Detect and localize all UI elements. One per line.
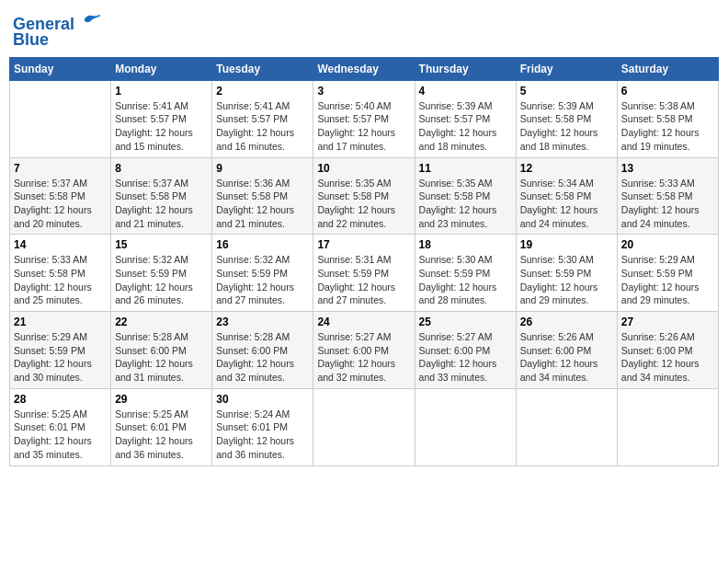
day-info: Sunrise: 5:27 AM Sunset: 6:00 PM Dayligh… xyxy=(419,330,512,385)
day-number: 20 xyxy=(621,238,714,251)
weekday-header-tuesday: Tuesday xyxy=(212,57,313,80)
calendar-cell: 7Sunrise: 5:37 AM Sunset: 5:58 PM Daylig… xyxy=(10,157,111,235)
day-number: 7 xyxy=(14,162,107,175)
day-info: Sunrise: 5:39 AM Sunset: 5:58 PM Dayligh… xyxy=(520,99,613,154)
calendar-cell: 21Sunrise: 5:29 AM Sunset: 5:59 PM Dayli… xyxy=(10,312,111,389)
day-info: Sunrise: 5:41 AM Sunset: 5:57 PM Dayligh… xyxy=(115,99,208,154)
day-info: Sunrise: 5:26 AM Sunset: 6:00 PM Dayligh… xyxy=(621,330,714,385)
day-number: 3 xyxy=(317,85,410,98)
day-info: Sunrise: 5:30 AM Sunset: 5:59 PM Dayligh… xyxy=(419,253,512,307)
calendar-cell: 11Sunrise: 5:35 AM Sunset: 5:58 PM Dayli… xyxy=(415,157,516,235)
day-info: Sunrise: 5:38 AM Sunset: 5:58 PM Dayligh… xyxy=(621,99,714,154)
day-number: 15 xyxy=(115,238,208,251)
calendar-cell: 12Sunrise: 5:34 AM Sunset: 5:58 PM Dayli… xyxy=(516,157,617,235)
weekday-header-monday: Monday xyxy=(111,57,212,80)
calendar-cell: 16Sunrise: 5:32 AM Sunset: 5:59 PM Dayli… xyxy=(212,235,313,312)
day-number: 25 xyxy=(419,316,512,328)
day-number: 5 xyxy=(520,85,613,98)
day-number: 30 xyxy=(216,393,309,406)
calendar-cell: 18Sunrise: 5:30 AM Sunset: 5:59 PM Dayli… xyxy=(415,235,516,312)
weekday-header-sunday: Sunday xyxy=(10,57,111,80)
day-number: 13 xyxy=(621,162,714,175)
day-info: Sunrise: 5:33 AM Sunset: 5:58 PM Dayligh… xyxy=(14,253,107,307)
day-number: 1 xyxy=(115,85,208,98)
day-number: 2 xyxy=(216,85,309,98)
calendar-cell: 6Sunrise: 5:38 AM Sunset: 5:58 PM Daylig… xyxy=(617,80,718,157)
calendar-table: SundayMondayTuesdayWednesdayThursdayFrid… xyxy=(9,57,719,466)
calendar-cell: 17Sunrise: 5:31 AM Sunset: 5:59 PM Dayli… xyxy=(313,235,415,312)
day-number: 23 xyxy=(216,316,309,328)
day-info: Sunrise: 5:39 AM Sunset: 5:57 PM Dayligh… xyxy=(419,99,512,154)
week-row-2: 7Sunrise: 5:37 AM Sunset: 5:58 PM Daylig… xyxy=(10,157,719,235)
day-number: 12 xyxy=(520,162,613,175)
day-info: Sunrise: 5:32 AM Sunset: 5:59 PM Dayligh… xyxy=(216,253,309,307)
weekday-header-thursday: Thursday xyxy=(415,57,516,80)
week-row-4: 21Sunrise: 5:29 AM Sunset: 5:59 PM Dayli… xyxy=(10,312,719,389)
calendar-cell: 30Sunrise: 5:24 AM Sunset: 6:01 PM Dayli… xyxy=(212,388,313,465)
day-number: 27 xyxy=(621,316,714,328)
week-row-1: 1Sunrise: 5:41 AM Sunset: 5:57 PM Daylig… xyxy=(10,80,719,157)
calendar-cell xyxy=(415,388,516,465)
day-number: 6 xyxy=(621,85,714,98)
day-info: Sunrise: 5:40 AM Sunset: 5:57 PM Dayligh… xyxy=(317,99,410,154)
calendar-cell: 5Sunrise: 5:39 AM Sunset: 5:58 PM Daylig… xyxy=(516,80,617,157)
day-info: Sunrise: 5:25 AM Sunset: 6:01 PM Dayligh… xyxy=(14,408,107,462)
day-info: Sunrise: 5:41 AM Sunset: 5:57 PM Dayligh… xyxy=(216,99,309,154)
day-info: Sunrise: 5:28 AM Sunset: 6:00 PM Dayligh… xyxy=(216,330,309,385)
day-number: 14 xyxy=(14,238,107,251)
week-row-3: 14Sunrise: 5:33 AM Sunset: 5:58 PM Dayli… xyxy=(10,235,719,312)
calendar-cell: 8Sunrise: 5:37 AM Sunset: 5:58 PM Daylig… xyxy=(111,157,212,235)
day-info: Sunrise: 5:37 AM Sunset: 5:58 PM Dayligh… xyxy=(14,177,107,231)
day-info: Sunrise: 5:26 AM Sunset: 6:00 PM Dayligh… xyxy=(520,330,613,385)
day-number: 4 xyxy=(419,85,512,98)
day-info: Sunrise: 5:37 AM Sunset: 5:58 PM Dayligh… xyxy=(115,177,208,231)
calendar-cell: 24Sunrise: 5:27 AM Sunset: 6:00 PM Dayli… xyxy=(313,312,415,389)
calendar-cell xyxy=(617,388,718,465)
calendar-cell: 13Sunrise: 5:33 AM Sunset: 5:58 PM Dayli… xyxy=(617,157,718,235)
calendar-cell: 1Sunrise: 5:41 AM Sunset: 5:57 PM Daylig… xyxy=(111,80,212,157)
weekday-header-friday: Friday xyxy=(516,57,617,80)
day-info: Sunrise: 5:29 AM Sunset: 5:59 PM Dayligh… xyxy=(621,253,714,307)
weekday-header-saturday: Saturday xyxy=(617,57,718,80)
calendar-cell: 28Sunrise: 5:25 AM Sunset: 6:01 PM Dayli… xyxy=(10,388,111,465)
calendar-cell: 14Sunrise: 5:33 AM Sunset: 5:58 PM Dayli… xyxy=(10,235,111,312)
day-number: 29 xyxy=(115,393,208,406)
calendar-cell: 29Sunrise: 5:25 AM Sunset: 6:01 PM Dayli… xyxy=(111,388,212,465)
day-info: Sunrise: 5:28 AM Sunset: 6:00 PM Dayligh… xyxy=(115,330,208,385)
calendar-cell: 22Sunrise: 5:28 AM Sunset: 6:00 PM Dayli… xyxy=(111,312,212,389)
day-info: Sunrise: 5:30 AM Sunset: 5:59 PM Dayligh… xyxy=(520,253,613,307)
logo: General Blue xyxy=(13,9,101,50)
day-number: 26 xyxy=(520,316,613,328)
day-number: 11 xyxy=(419,162,512,175)
day-number: 8 xyxy=(115,162,208,175)
calendar-cell: 19Sunrise: 5:30 AM Sunset: 5:59 PM Dayli… xyxy=(516,235,617,312)
calendar-cell xyxy=(10,80,111,157)
day-info: Sunrise: 5:24 AM Sunset: 6:01 PM Dayligh… xyxy=(216,408,309,462)
day-info: Sunrise: 5:33 AM Sunset: 5:58 PM Dayligh… xyxy=(621,177,714,231)
day-info: Sunrise: 5:27 AM Sunset: 6:00 PM Dayligh… xyxy=(317,330,410,385)
day-number: 19 xyxy=(520,238,613,251)
calendar-cell: 25Sunrise: 5:27 AM Sunset: 6:00 PM Dayli… xyxy=(415,312,516,389)
calendar-cell: 26Sunrise: 5:26 AM Sunset: 6:00 PM Dayli… xyxy=(516,312,617,389)
weekday-header-wednesday: Wednesday xyxy=(313,57,415,80)
page-header: General Blue xyxy=(9,9,719,50)
day-number: 10 xyxy=(317,162,410,175)
calendar-cell: 23Sunrise: 5:28 AM Sunset: 6:00 PM Dayli… xyxy=(212,312,313,389)
calendar-cell: 20Sunrise: 5:29 AM Sunset: 5:59 PM Dayli… xyxy=(617,235,718,312)
day-number: 18 xyxy=(419,238,512,251)
day-number: 21 xyxy=(14,316,107,328)
calendar-cell xyxy=(516,388,617,465)
calendar-cell: 3Sunrise: 5:40 AM Sunset: 5:57 PM Daylig… xyxy=(313,80,415,157)
logo-bird-icon xyxy=(81,9,101,29)
day-info: Sunrise: 5:35 AM Sunset: 5:58 PM Dayligh… xyxy=(317,177,410,231)
day-info: Sunrise: 5:36 AM Sunset: 5:58 PM Dayligh… xyxy=(216,177,309,231)
day-info: Sunrise: 5:25 AM Sunset: 6:01 PM Dayligh… xyxy=(115,408,208,462)
calendar-cell: 27Sunrise: 5:26 AM Sunset: 6:00 PM Dayli… xyxy=(617,312,718,389)
day-info: Sunrise: 5:29 AM Sunset: 5:59 PM Dayligh… xyxy=(14,330,107,385)
day-info: Sunrise: 5:31 AM Sunset: 5:59 PM Dayligh… xyxy=(317,253,410,307)
calendar-cell: 10Sunrise: 5:35 AM Sunset: 5:58 PM Dayli… xyxy=(313,157,415,235)
weekday-header-row: SundayMondayTuesdayWednesdayThursdayFrid… xyxy=(10,57,719,80)
day-number: 17 xyxy=(317,238,410,251)
day-number: 9 xyxy=(216,162,309,175)
day-info: Sunrise: 5:34 AM Sunset: 5:58 PM Dayligh… xyxy=(520,177,613,231)
